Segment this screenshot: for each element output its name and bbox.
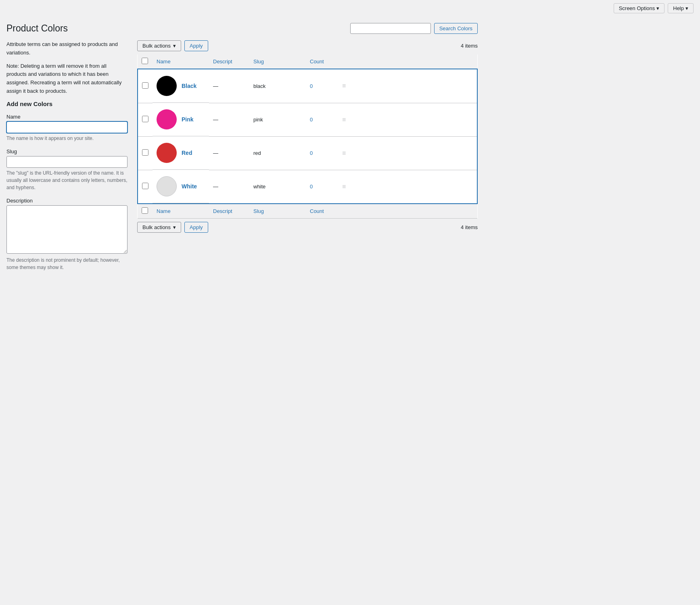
apply-top-button[interactable]: Apply — [184, 40, 208, 51]
header-check — [138, 54, 153, 69]
apply-top-label: Apply — [190, 43, 203, 49]
header-name[interactable]: Name — [153, 54, 209, 69]
bulk-actions-bottom-label: Bulk actions — [142, 224, 171, 230]
drag-handle-icon[interactable]: ≡ — [342, 82, 346, 89]
header-drag — [338, 54, 477, 69]
search-btn-label: Search Colors — [439, 25, 472, 31]
items-count-bottom: 4 items — [461, 224, 478, 230]
checkbox-black[interactable] — [142, 82, 148, 89]
table-row: Red—red0≡ — [138, 136, 477, 170]
description-textarea[interactable] — [6, 205, 127, 254]
toolbar-left: Bulk actions ▾ Apply — [137, 40, 208, 51]
select-all-footer-checkbox[interactable] — [142, 207, 148, 214]
bulk-actions-top-button[interactable]: Bulk actions ▾ — [137, 40, 181, 51]
name-label: Name — [6, 114, 127, 120]
add-new-title: Add new Colors — [6, 100, 127, 107]
table-row: Black—black0≡ — [138, 69, 477, 103]
table-header-row: Name Descript Slug Count — [138, 54, 477, 69]
description-2: Note: Deleting a term will remove it fro… — [6, 62, 127, 96]
checkbox-white[interactable] — [142, 183, 148, 189]
color-menu-cell-pink[interactable]: ≡ — [338, 103, 477, 136]
help-label: Help — [673, 5, 684, 11]
checkbox-red[interactable] — [142, 149, 148, 156]
color-count-cell-white[interactable]: 0 — [306, 170, 338, 204]
bottom-toolbar-left: Bulk actions ▾ Apply — [137, 222, 208, 233]
bulk-actions-top-label: Bulk actions — [142, 43, 171, 49]
color-count-cell-pink[interactable]: 0 — [306, 103, 338, 136]
name-form-group: Name The name is how it appears on your … — [6, 114, 127, 142]
footer-description[interactable]: Descript — [209, 204, 249, 219]
description-form-group: Description The description is not promi… — [6, 198, 127, 271]
drag-handle-icon[interactable]: ≡ — [342, 150, 346, 156]
help-button[interactable]: Help ▾ — [668, 3, 694, 13]
screen-options-chevron: ▾ — [656, 5, 659, 11]
footer-name[interactable]: Name — [153, 204, 209, 219]
search-input[interactable] — [350, 23, 431, 34]
row-checkbox-cell — [138, 69, 153, 103]
top-toolbar: Bulk actions ▾ Apply 4 items — [137, 40, 478, 51]
header-count[interactable]: Count — [306, 54, 338, 69]
left-panel: Product Colors Attribute terms can be as… — [6, 23, 127, 277]
name-hint: The name is how it appears on your site. — [6, 135, 127, 142]
drag-handle-icon[interactable]: ≡ — [342, 116, 346, 123]
footer-count[interactable]: Count — [306, 204, 338, 219]
bulk-actions-bottom-chevron: ▾ — [173, 224, 176, 230]
bulk-actions-top-chevron: ▾ — [173, 43, 176, 49]
color-name-link-white[interactable]: White — [182, 183, 197, 190]
color-desc-cell-pink: — — [209, 103, 249, 136]
header-description[interactable]: Descript — [209, 54, 249, 69]
select-all-checkbox[interactable] — [142, 58, 148, 64]
description-1: Attribute terms can be assigned to produ… — [6, 40, 127, 57]
color-menu-cell-red[interactable]: ≡ — [338, 136, 477, 170]
footer-slug[interactable]: Slug — [249, 204, 306, 219]
color-swatch-pink — [157, 109, 177, 129]
color-slug-cell-pink: pink — [249, 103, 306, 136]
color-desc-cell-red: — — [209, 136, 249, 170]
color-slug-cell-black: black — [249, 69, 306, 103]
footer-drag — [338, 204, 477, 219]
footer-check — [138, 204, 153, 219]
bottom-toolbar: Bulk actions ▾ Apply 4 items — [137, 222, 478, 233]
color-slug-cell-red: red — [249, 136, 306, 170]
color-slug-cell-white: white — [249, 170, 306, 204]
table-footer-row: Name Descript Slug Count — [138, 204, 477, 219]
color-menu-cell-black[interactable]: ≡ — [338, 69, 477, 103]
row-checkbox-cell — [138, 136, 153, 170]
checkbox-pink[interactable] — [142, 116, 148, 122]
color-desc-cell-white: — — [209, 170, 249, 204]
apply-bottom-button[interactable]: Apply — [184, 222, 208, 233]
items-count-top: 4 items — [461, 43, 478, 49]
bulk-actions-bottom-button[interactable]: Bulk actions ▾ — [137, 222, 181, 233]
color-count-cell-black[interactable]: 0 — [306, 69, 338, 103]
color-name-cell-white: White — [153, 170, 209, 203]
drag-handle-icon[interactable]: ≡ — [342, 183, 346, 190]
screen-options-button[interactable]: Screen Options ▾ — [614, 3, 665, 13]
search-colors-button[interactable]: Search Colors — [434, 23, 478, 34]
color-menu-cell-white[interactable]: ≡ — [338, 170, 477, 204]
color-table-body: Black—black0≡Pink—pink0≡Red—red0≡White—w… — [138, 69, 477, 204]
color-name-cell-red: Red — [153, 136, 209, 170]
name-input[interactable] — [6, 121, 127, 133]
color-count-cell-red[interactable]: 0 — [306, 136, 338, 170]
search-bar: Search Colors — [137, 23, 478, 34]
color-swatch-red — [157, 143, 177, 163]
slug-form-group: Slug The "slug" is the URL-friendly vers… — [6, 148, 127, 191]
apply-bottom-label: Apply — [190, 224, 203, 230]
color-name-link-pink[interactable]: Pink — [182, 116, 194, 123]
color-name-link-red[interactable]: Red — [182, 150, 192, 156]
table-row: White—white0≡ — [138, 170, 477, 204]
table-header: Name Descript Slug Count — [138, 54, 477, 69]
row-checkbox-cell — [138, 170, 153, 204]
page-title: Product Colors — [6, 23, 127, 34]
color-swatch-white — [157, 176, 177, 196]
row-checkbox-cell — [138, 103, 153, 136]
description-label: Description — [6, 198, 127, 204]
slug-hint: The "slug" is the URL-friendly version o… — [6, 169, 127, 191]
table-row: Pink—pink0≡ — [138, 103, 477, 136]
table-footer: Name Descript Slug Count — [138, 204, 477, 219]
color-swatch-black — [157, 76, 177, 96]
slug-input[interactable] — [6, 156, 127, 168]
screen-options-label: Screen Options — [619, 5, 655, 11]
color-name-link-black[interactable]: Black — [182, 83, 196, 89]
header-slug[interactable]: Slug — [249, 54, 306, 69]
